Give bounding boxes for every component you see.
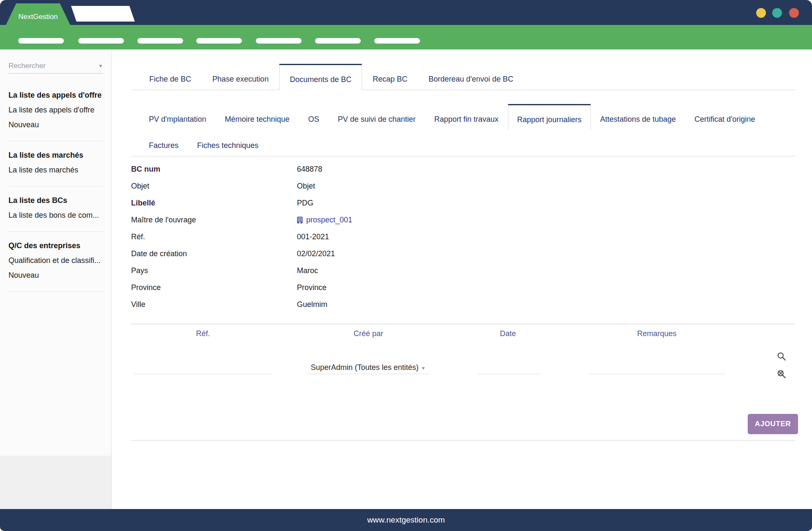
tab-bordereau-d-envoi-de-bc[interactable]: Bordereau d'envoi de BC: [418, 63, 524, 90]
sidebar-search-input[interactable]: [8, 59, 103, 74]
column-header-r-f: Réf.: [196, 329, 210, 338]
doc-tab-factures[interactable]: Factures: [140, 130, 188, 156]
sidebar-item-la-liste-des-bons-de-com[interactable]: La liste des bons de com...: [8, 208, 103, 223]
footer: www.nextgestion.com: [0, 509, 812, 531]
form-value-bc-num: 648878: [297, 165, 322, 174]
filter-date-input[interactable]: [478, 361, 540, 374]
sidebar-section: La liste des BCsLa liste des bons de com…: [8, 186, 103, 232]
sidebar-section-title: La liste des appels d'offre: [8, 88, 103, 103]
documents-table: Réf.Créé parDateRemarques SuperAdmin (To…: [131, 324, 795, 441]
doc-tab-fiches-techniques[interactable]: Fiches techniques: [188, 130, 268, 156]
sidebar-item-qualification-et-de-classifi[interactable]: Qualification et de classifi...: [8, 253, 103, 268]
form-row-objet: ObjetObjet: [131, 178, 795, 194]
form-row-libell: LibelléPDG: [131, 194, 795, 211]
form-label-objet: Objet: [131, 182, 297, 191]
form-value-province: Province: [297, 283, 326, 292]
sidebar-section-title: La liste des BCs: [8, 193, 103, 208]
main-content: Fiche de BCPhase executionDocuments de B…: [112, 49, 812, 441]
form-value-ma-tre-de-l-ouvrage: prospect_001: [297, 216, 352, 224]
brand-tab[interactable]: NextGestion: [6, 3, 70, 25]
search-icon[interactable]: [776, 350, 787, 362]
form-row-ma-tre-de-l-ouvrage: Maître de l'ouvrageprospect_001: [131, 211, 795, 228]
bc-form: BC num648878ObjetObjetLibelléPDGMaître d…: [131, 161, 795, 313]
form-row-province: ProvinceProvince: [131, 279, 795, 296]
form-row-pays: PaysMaroc: [131, 262, 795, 279]
form-row-date-de-cr-ation: Date de création02/02/2021: [131, 245, 795, 262]
company-link[interactable]: prospect_001: [306, 216, 352, 224]
filter-ref-input[interactable]: [134, 361, 272, 374]
form-label-libell: Libellé: [131, 199, 297, 208]
doc-tab-pv-d-mplantation[interactable]: PV d'mplantation: [140, 104, 216, 130]
column-header-date: Date: [500, 329, 516, 338]
nav-pill-placeholder[interactable]: [78, 38, 124, 44]
brand-logo-text: NextGestion: [18, 13, 58, 21]
form-row-ville: VilleGuelmim: [131, 296, 795, 313]
sidebar-section: La liste des marchésLa liste des marchés: [8, 141, 103, 186]
sidebar-section-title: La liste des marchés: [8, 148, 103, 163]
document-tabs: PV d'mplantationMémoire techniqueOSPV de…: [131, 104, 795, 156]
chevron-down-icon[interactable]: ▾: [99, 63, 102, 69]
doc-tab-pv-de-suivi-de-chantier[interactable]: PV de suivi de chantier: [329, 104, 425, 130]
form-label-pays: Pays: [131, 266, 297, 275]
nav-pill-placeholder[interactable]: [374, 38, 420, 44]
filter-remarques-input[interactable]: [589, 361, 725, 374]
sidebar-item-la-liste-des-appels-d-offre[interactable]: La liste des appels d'offre: [8, 103, 103, 118]
doc-tab-m-moire-technique[interactable]: Mémoire technique: [216, 104, 299, 130]
window-close-button[interactable]: [789, 8, 799, 18]
form-label-ville: Ville: [131, 300, 297, 309]
form-value-ville: Guelmim: [297, 300, 327, 309]
form-label-province: Province: [131, 283, 297, 292]
form-label-r-f: Réf.: [131, 233, 297, 241]
filter-created-by-select[interactable]: SuperAdmin (Toutes les entités) ▾: [306, 361, 429, 374]
sidebar: ▾ La liste des appels d'offreLa liste de…: [0, 49, 112, 509]
company-icon: [297, 216, 303, 224]
doc-tab-attestations-de-tubage[interactable]: Attestations de tubage: [591, 104, 685, 130]
form-value-objet: Objet: [297, 182, 315, 191]
form-value-r-f: 001-2021: [297, 233, 329, 241]
doc-tab-rapport-journaliers[interactable]: Rapport journaliers: [508, 104, 591, 130]
doc-tab-rapport-fin-travaux[interactable]: Rapport fin travaux: [425, 104, 508, 130]
form-label-date-de-cr-ation: Date de création: [131, 249, 297, 258]
sidebar-item-nouveau[interactable]: Nouveau: [8, 268, 103, 283]
footer-url[interactable]: www.nextgestion.com: [367, 515, 445, 525]
nav-pill-placeholder[interactable]: [137, 38, 183, 44]
sidebar-item-nouveau[interactable]: Nouveau: [8, 118, 103, 132]
sidebar-section-title: Q/C des entreprises: [8, 238, 103, 253]
filter-created-by-value: SuperAdmin (Toutes les entités): [311, 363, 419, 372]
column-header-remarques: Remarques: [637, 329, 676, 338]
window-titlebar: NextGestion: [0, 0, 812, 25]
main-tabs: Fiche de BCPhase executionDocuments de B…: [131, 63, 795, 90]
tab-documents-de-bc[interactable]: Documents de BC: [279, 64, 362, 90]
sidebar-item-la-liste-des-march-s[interactable]: La liste des marchés: [8, 163, 103, 178]
window-minimize-button[interactable]: [756, 8, 766, 18]
tab-fiche-de-bc[interactable]: Fiche de BC: [139, 63, 202, 90]
form-row-bc-num: BC num648878: [131, 161, 795, 178]
form-value-date-de-cr-ation: 02/02/2021: [297, 249, 335, 258]
nav-pill-placeholder[interactable]: [256, 38, 302, 44]
nav-pill-placeholder[interactable]: [196, 38, 242, 44]
nav-pill-placeholder[interactable]: [315, 38, 361, 44]
form-value-pays: Maroc: [297, 266, 318, 275]
form-label-bc-num: BC num: [131, 165, 297, 174]
sidebar-section: La liste des appels d'offreLa liste des …: [8, 87, 103, 141]
doc-tab-certificat-d-origine[interactable]: Certificat d'origine: [685, 104, 765, 130]
app-window: NextGestion ▾ La liste des appels d'offr…: [0, 0, 812, 531]
titlebar-ribbon-placeholder: [71, 6, 135, 22]
form-label-ma-tre-de-l-ouvrage: Maître de l'ouvrage: [131, 216, 297, 224]
nav-pill-placeholder[interactable]: [18, 38, 64, 44]
sidebar-section: Q/C des entreprisesQualification et de c…: [8, 232, 103, 292]
form-value-libell: PDG: [297, 199, 313, 208]
window-maximize-button[interactable]: [772, 8, 782, 18]
chevron-down-icon: ▾: [422, 365, 425, 371]
main-nav-bar: [0, 25, 812, 49]
column-header-cr-par: Créé par: [354, 329, 383, 338]
form-row-r-f: Réf.001-2021: [131, 228, 795, 245]
clear-search-icon[interactable]: [776, 368, 787, 380]
doc-tab-os[interactable]: OS: [299, 104, 329, 130]
sidebar-sections: La liste des appels d'offreLa liste des …: [8, 87, 103, 292]
add-button[interactable]: AJOUTER: [748, 414, 798, 434]
tab-recap-bc[interactable]: Recap BC: [362, 63, 418, 90]
tab-phase-execution[interactable]: Phase execution: [202, 63, 279, 90]
